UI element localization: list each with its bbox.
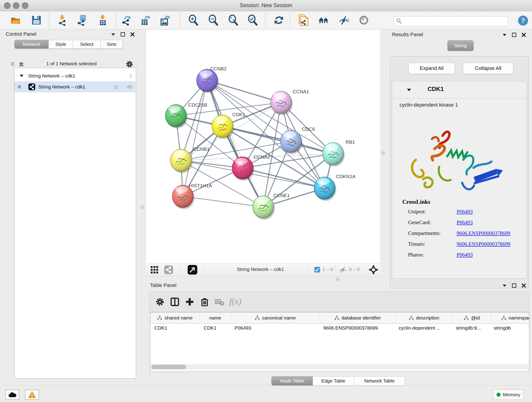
- import-network-icon[interactable]: [57, 14, 68, 26]
- network-row[interactable]: String Network – cdk1 11 48: [14, 81, 135, 92]
- zoom-in-icon[interactable]: [188, 14, 199, 26]
- cloud-button[interactable]: [5, 390, 19, 400]
- tab-edge-table[interactable]: Edge Table: [313, 376, 354, 385]
- column-header--id[interactable]: @id: [453, 313, 491, 323]
- network-view[interactable]: CCNB2CCNA1CDC25BCDK1CDC6RB1CCNB1CCNA2CDK…: [146, 30, 381, 263]
- table-cell[interactable]: CDK1: [200, 323, 230, 332]
- panel-float-icon[interactable]: [120, 32, 125, 37]
- warnings-button[interactable]: [25, 390, 39, 400]
- table-cell[interactable]: cyclin-dependent ...: [394, 323, 452, 332]
- column-header-description[interactable]: description: [395, 313, 453, 323]
- panel-menu-icon[interactable]: [111, 33, 115, 36]
- tab-string[interactable]: String: [447, 40, 474, 51]
- import-table-icon[interactable]: [97, 14, 108, 26]
- render-detail-icon[interactable]: [358, 14, 370, 26]
- zoom-selected-icon[interactable]: [247, 14, 259, 26]
- vertical-splitter-handle[interactable]: [140, 206, 144, 209]
- table-cell[interactable]: 9606.ENSP00000378699: [319, 323, 394, 332]
- network-edge[interactable]: [207, 80, 263, 207]
- help-icon[interactable]: ?: [517, 15, 529, 26]
- refresh-icon[interactable]: [273, 14, 285, 26]
- birds-eye-icon[interactable]: [187, 265, 197, 275]
- gene-header-row[interactable]: CDK1: [392, 81, 527, 99]
- share-view-icon[interactable]: [164, 265, 173, 274]
- table-cell[interactable]: stringdb:9...: [452, 323, 490, 332]
- collapse-arrow-icon[interactable]: [407, 88, 411, 92]
- network-edge-count: 48: [127, 84, 132, 89]
- column-header-namespace[interactable]: namespace: [491, 313, 529, 323]
- delete-column-icon[interactable]: [200, 297, 209, 306]
- table-settings-gear-icon[interactable]: [155, 297, 165, 306]
- open-folder-icon[interactable]: [10, 14, 22, 26]
- collapse-all-button[interactable]: Collapse All: [463, 63, 513, 74]
- column-header-shared-name[interactable]: shared name: [150, 313, 200, 323]
- column-header-canonical-name[interactable]: canonical name: [231, 313, 320, 323]
- gear-icon[interactable]: [126, 60, 133, 68]
- tab-select[interactable]: Select: [73, 40, 101, 49]
- crosslink-link[interactable]: 9606.ENSP00000378699: [457, 230, 510, 236]
- delete-table-icon[interactable]: [215, 297, 225, 306]
- table-horizontal-scrollbar[interactable]: [150, 364, 529, 370]
- function-builder-icon[interactable]: f(x): [229, 296, 241, 306]
- panel-float-icon[interactable]: [512, 283, 516, 288]
- export-network-icon[interactable]: [121, 14, 133, 26]
- panel-close-icon[interactable]: [521, 283, 526, 288]
- scrollbar-thumb[interactable]: [152, 365, 186, 369]
- horizontal-splitter-handle[interactable]: [336, 278, 340, 281]
- table-row[interactable]: CDK1CDK1P064939606.ENSP00000378699cyclin…: [150, 323, 529, 332]
- selected-checkbox-icon[interactable]: [314, 267, 320, 273]
- network-node-rb1[interactable]: RB1: [323, 139, 355, 167]
- panel-close-icon[interactable]: [130, 32, 135, 37]
- crosslink-link[interactable]: P06493: [457, 252, 473, 258]
- table-cell[interactable]: CDK1: [150, 323, 200, 332]
- hidden-eye-icon[interactable]: [339, 266, 347, 274]
- network-node-cdc25b[interactable]: CDC25B: [165, 102, 207, 128]
- zoom-out-icon[interactable]: [208, 14, 219, 26]
- panel-close-icon[interactable]: [521, 32, 526, 37]
- home-species-icon[interactable]: [318, 14, 329, 26]
- network-node-ccna1[interactable]: CCNA1: [271, 89, 309, 115]
- string-import-icon[interactable]: [298, 14, 309, 26]
- column-header-database-identifier[interactable]: database identifier: [320, 313, 395, 323]
- network-edge[interactable]: [222, 126, 333, 154]
- vertical-splitter-handle[interactable]: [381, 151, 385, 155]
- add-column-icon[interactable]: [185, 297, 194, 306]
- zoom-fit-icon[interactable]: [228, 14, 239, 26]
- crosslink-link[interactable]: P06493: [457, 220, 473, 225]
- tab-network-table[interactable]: Network Table: [354, 376, 405, 385]
- table-cell[interactable]: stringdb: [490, 323, 529, 332]
- search-input[interactable]: [404, 17, 506, 25]
- memory-button[interactable]: Memory: [493, 390, 524, 400]
- export-image-icon[interactable]: [159, 14, 171, 26]
- network-selection-summary: 1 of 1 Network selected: [10, 61, 133, 66]
- fit-content-icon[interactable]: [369, 265, 378, 274]
- network-collection-row[interactable]: String Network – cdk1 1: [14, 70, 135, 81]
- network-node-cdk1[interactable]: CDK1: [212, 112, 245, 139]
- show-columns-icon[interactable]: [170, 297, 179, 306]
- network-edge[interactable]: [183, 196, 263, 207]
- collapse-arrow-icon[interactable]: [19, 74, 24, 77]
- crosslink-link[interactable]: P06493: [457, 209, 473, 215]
- search-field[interactable]: [394, 16, 508, 26]
- network-edge[interactable]: [183, 80, 207, 196]
- node-table[interactable]: shared namenamecanonical namedatabase id…: [150, 312, 529, 372]
- tab-sets[interactable]: Sets: [101, 40, 123, 49]
- import-network-database-icon[interactable]: [76, 14, 88, 26]
- panel-menu-icon[interactable]: [502, 284, 507, 287]
- crosslink-link[interactable]: 9606.ENSP00000378699: [457, 241, 510, 247]
- show-hide-icon[interactable]: [338, 14, 349, 26]
- panel-menu-icon[interactable]: [502, 33, 507, 36]
- column-header-name[interactable]: name: [200, 313, 231, 323]
- network-node-cdkn1a[interactable]: CDKN1A: [314, 174, 355, 201]
- export-table-icon[interactable]: [140, 14, 151, 26]
- table-cell[interactable]: P06493: [230, 323, 319, 332]
- network-node-hist1h1a[interactable]: HIST1H1A: [172, 183, 212, 209]
- tab-network[interactable]: Network: [14, 40, 49, 49]
- tab-style[interactable]: Style: [49, 40, 73, 49]
- expand-all-button[interactable]: Expand All: [409, 63, 455, 74]
- panel-float-icon[interactable]: [512, 32, 516, 37]
- tab-node-table[interactable]: Node Table: [272, 376, 313, 385]
- grid-view-icon[interactable]: [150, 266, 158, 274]
- node-label: CDK1: [232, 112, 245, 117]
- save-icon[interactable]: [31, 14, 42, 26]
